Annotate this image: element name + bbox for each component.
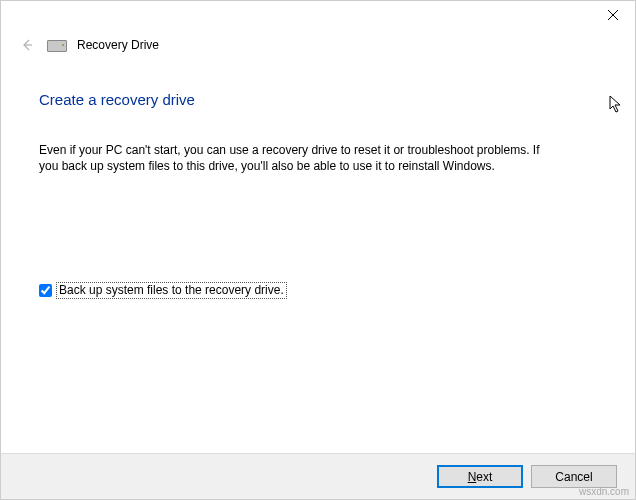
backup-checkbox-row[interactable]: Back up system files to the recovery dri… [39, 282, 575, 298]
content-area: Create a recovery drive Even if your PC … [1, 67, 635, 299]
backup-checkbox[interactable] [39, 284, 52, 297]
watermark: wsxdn.com [579, 486, 629, 497]
close-button[interactable] [590, 1, 635, 29]
footer: Next Cancel [1, 453, 635, 499]
back-button [17, 35, 37, 55]
drive-icon [47, 38, 67, 52]
header: Recovery Drive [1, 31, 635, 67]
arrow-left-icon [19, 37, 35, 53]
page-heading: Create a recovery drive [39, 91, 575, 108]
backup-checkbox-label: Back up system files to the recovery dri… [56, 282, 287, 298]
close-icon [608, 10, 618, 20]
next-button[interactable]: Next [437, 465, 523, 488]
cancel-button[interactable]: Cancel [531, 465, 617, 488]
window-title: Recovery Drive [77, 38, 159, 52]
titlebar [1, 1, 635, 31]
body-text: Even if your PC can't start, you can use… [39, 142, 559, 174]
